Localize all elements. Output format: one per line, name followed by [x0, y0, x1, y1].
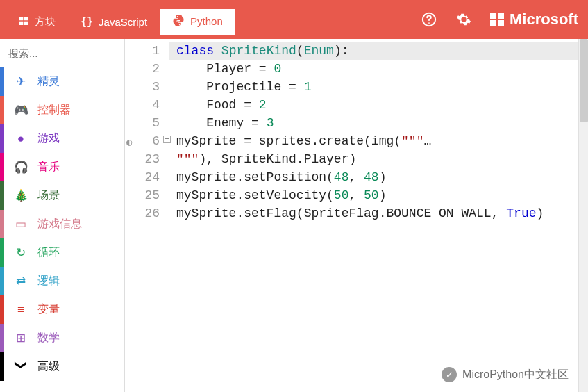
tab-blocks[interactable]: 方块: [6, 9, 68, 35]
category-label: 场景: [37, 188, 60, 203]
category-label: 游戏信息: [37, 217, 82, 231]
gutter: 2: [125, 60, 169, 78]
code-source[interactable]: mySprite = sprites.create(img("""…: [169, 132, 588, 150]
category-scene[interactable]: 🎄场景: [0, 181, 124, 210]
code-area[interactable]: 1class SpriteKind(Enum):2 Player = 03 Pr…: [125, 39, 588, 222]
js-icon: {}: [81, 15, 93, 28]
category-label: 音乐: [37, 160, 60, 174]
watermark: ✓ MicroPython中文社区: [442, 367, 569, 382]
tab-js[interactable]: {}JavaScript: [68, 9, 160, 35]
controller-icon: 🎮: [14, 103, 28, 117]
category-music[interactable]: 🎧音乐: [0, 153, 124, 181]
category-game[interactable]: ●游戏: [0, 124, 124, 153]
category-label: 高级: [37, 359, 60, 374]
code-line[interactable]: 3 Projectile = 1: [125, 78, 588, 96]
header-right: Microsoft: [421, 10, 578, 28]
game-icon: ●: [14, 132, 28, 146]
code-source[interactable]: Food = 2: [169, 96, 588, 114]
code-source[interactable]: mySprite.setVelocity(50, 50): [169, 186, 588, 204]
palette-icon[interactable]: ◐: [126, 133, 132, 152]
code-editor[interactable]: 1class SpriteKind(Enum):2 Player = 03 Pr…: [125, 39, 588, 392]
fold-icon[interactable]: +: [163, 136, 171, 143]
scrollbar-vertical[interactable]: [578, 39, 588, 392]
wechat-icon: ✓: [442, 367, 457, 382]
search-box[interactable]: [0, 39, 124, 67]
search-input[interactable]: [8, 47, 125, 59]
brand-text: Microsoft: [510, 10, 578, 28]
code-line[interactable]: 6◐+mySprite = sprites.create(img("""…: [125, 132, 588, 150]
category-math[interactable]: ⊞数学: [0, 324, 124, 352]
category-label: 循环: [37, 245, 60, 260]
code-source[interactable]: """), SpriteKind.Player): [169, 150, 588, 168]
code-source[interactable]: mySprite.setFlag(SpriteFlag.BOUNCE_ON_WA…: [169, 204, 588, 222]
editor-tabs: 方块{}JavaScriptPython: [6, 5, 235, 35]
advanced-icon: ❯: [14, 360, 28, 374]
category-loops[interactable]: ↻循环: [0, 238, 124, 267]
sidebar: ✈精灵🎮控制器●游戏🎧音乐🎄场景▭游戏信息↻循环⇄逻辑≡变量⊞数学❯高级: [0, 39, 125, 392]
gutter: 25: [125, 186, 169, 204]
watermark-text: MicroPython中文社区: [462, 368, 569, 382]
scrollbar-thumb[interactable]: [580, 39, 588, 122]
svg-point-1: [428, 22, 430, 24]
code-source[interactable]: Projectile = 1: [169, 78, 588, 96]
header-bar: 方块{}JavaScriptPython Microsoft: [0, 0, 588, 39]
code-line[interactable]: 2 Player = 0: [125, 60, 588, 78]
code-source[interactable]: Enemy = 3: [169, 114, 588, 132]
gutter: 23: [125, 150, 169, 168]
tab-py[interactable]: Python: [160, 6, 235, 35]
sprite-icon: ✈: [14, 74, 28, 89]
loops-icon: ↻: [14, 245, 28, 260]
help-icon[interactable]: [421, 11, 437, 28]
blocks-icon: [18, 15, 29, 28]
code-line[interactable]: 24mySprite.setPosition(48, 48): [125, 168, 588, 186]
gutter: 3: [125, 78, 169, 96]
code-source[interactable]: mySprite.setPosition(48, 48): [169, 168, 588, 186]
category-label: 精灵: [37, 74, 60, 89]
gutter: 6◐+: [125, 132, 169, 150]
info-icon: ▭: [14, 217, 28, 231]
variables-icon: ≡: [14, 303, 28, 317]
code-line[interactable]: 23"""), SpriteKind.Player): [125, 150, 588, 168]
category-info[interactable]: ▭游戏信息: [0, 210, 124, 238]
category-logic[interactable]: ⇄逻辑: [0, 267, 124, 295]
code-source[interactable]: Player = 0: [169, 60, 588, 78]
gutter: 26: [125, 204, 169, 222]
code-line[interactable]: 26mySprite.setFlag(SpriteFlag.BOUNCE_ON_…: [125, 204, 588, 222]
main-area: ✈精灵🎮控制器●游戏🎧音乐🎄场景▭游戏信息↻循环⇄逻辑≡变量⊞数学❯高级 1cl…: [0, 39, 588, 392]
category-advanced[interactable]: ❯高级: [0, 352, 124, 381]
category-label: 变量: [37, 302, 60, 317]
py-icon: [172, 14, 185, 28]
code-line[interactable]: 4 Food = 2: [125, 96, 588, 114]
music-icon: 🎧: [14, 160, 28, 174]
category-variables[interactable]: ≡变量: [0, 295, 124, 324]
gutter: 24: [125, 168, 169, 186]
category-label: 游戏: [37, 131, 60, 146]
logic-icon: ⇄: [14, 274, 28, 288]
code-line[interactable]: 1class SpriteKind(Enum):: [125, 42, 588, 60]
gutter: 4: [125, 96, 169, 114]
code-source[interactable]: class SpriteKind(Enum):: [169, 42, 588, 60]
gear-icon[interactable]: [455, 11, 472, 28]
category-controller[interactable]: 🎮控制器: [0, 96, 124, 124]
gutter: 5: [125, 114, 169, 132]
category-sprite[interactable]: ✈精灵: [0, 67, 124, 96]
math-icon: ⊞: [14, 331, 28, 345]
category-label: 逻辑: [37, 274, 60, 288]
microsoft-logo: Microsoft: [490, 10, 578, 28]
scene-icon: 🎄: [14, 188, 28, 203]
category-list: ✈精灵🎮控制器●游戏🎧音乐🎄场景▭游戏信息↻循环⇄逻辑≡变量⊞数学❯高级: [0, 67, 124, 381]
code-line[interactable]: 25mySprite.setVelocity(50, 50): [125, 186, 588, 204]
category-label: 数学: [37, 331, 60, 345]
code-line[interactable]: 5 Enemy = 3: [125, 114, 588, 132]
gutter: 1: [125, 42, 169, 60]
category-label: 控制器: [37, 103, 71, 117]
